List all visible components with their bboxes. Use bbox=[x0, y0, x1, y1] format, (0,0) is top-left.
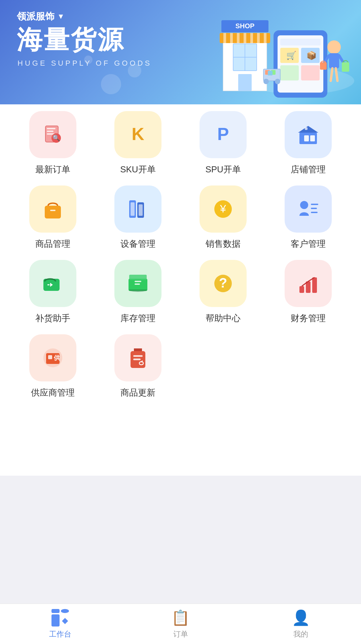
grid-item-inventory-manage[interactable]: 库存管理 bbox=[99, 260, 177, 324]
workbench-icon: ◆ bbox=[51, 609, 69, 626]
grid-item-finance-manage[interactable]: 财务管理 bbox=[269, 260, 348, 324]
wb-sq1 bbox=[51, 609, 60, 613]
svg-text:🔍: 🔍 bbox=[52, 134, 60, 142]
item-label-product-update: 商品更新 bbox=[120, 387, 155, 399]
icon-wrapper-supplier-manage: 供 bbox=[29, 334, 76, 381]
svg-text:🛒: 🛒 bbox=[286, 50, 296, 60]
icon-wrapper-product-update bbox=[114, 334, 161, 381]
nav-item-orders[interactable]: 📋 订单 bbox=[120, 609, 241, 639]
icon-wrapper-product-manage bbox=[29, 185, 76, 233]
item-label-restock-helper: 补货助手 bbox=[35, 312, 70, 324]
icon-wrapper-customer-manage bbox=[285, 185, 332, 233]
svg-rect-67 bbox=[135, 281, 141, 282]
item-label-spu-open: SPU开单 bbox=[205, 164, 241, 175]
svg-rect-48 bbox=[304, 135, 309, 141]
svg-text:P: P bbox=[217, 124, 229, 144]
item-label-help-center: 帮助中心 bbox=[206, 312, 241, 324]
nav-item-mine[interactable]: 👤 我的 bbox=[241, 609, 361, 639]
bubble-3 bbox=[84, 56, 93, 64]
svg-rect-51 bbox=[45, 206, 61, 218]
wb-sq3 bbox=[51, 614, 60, 626]
grid-item-customer-manage[interactable]: 客户管理 bbox=[269, 185, 348, 250]
svg-rect-49 bbox=[310, 135, 315, 141]
item-label-inventory-manage: 库存管理 bbox=[120, 312, 155, 324]
icon-wrapper-inventory-manage bbox=[114, 260, 161, 307]
bubble-1 bbox=[101, 74, 121, 94]
icon-wrapper-spu-open: P bbox=[200, 111, 247, 158]
grid-item-product-update[interactable]: 商品更新 bbox=[99, 334, 177, 399]
store-name: 领派服饰 bbox=[17, 10, 55, 23]
grid-item-latest-order[interactable]: 🔍 最新订单 bbox=[13, 111, 92, 175]
svg-rect-41 bbox=[47, 131, 53, 132]
svg-rect-38 bbox=[342, 62, 349, 72]
item-label-store-manage: 店铺管理 bbox=[291, 164, 326, 175]
item-label-product-manage: 商品管理 bbox=[35, 238, 70, 250]
icon-wrapper-sales-data: ¥ bbox=[200, 185, 247, 233]
grid-item-supplier-manage[interactable]: 供 供应商管理 bbox=[13, 334, 92, 399]
wb-sq2 bbox=[61, 609, 69, 613]
svg-text:SHOP: SHOP bbox=[236, 22, 255, 30]
svg-rect-6 bbox=[280, 65, 299, 80]
grid-item-sales-data[interactable]: ¥ 销售数据 bbox=[184, 185, 262, 250]
svg-rect-37 bbox=[268, 71, 273, 75]
svg-text:¥: ¥ bbox=[220, 203, 226, 215]
grid-section: 🔍 最新订单 K SKU开单 P SPU开单 店铺管理 商品管理 设备管理 ¥ … bbox=[13, 111, 348, 399]
svg-line-30 bbox=[336, 68, 337, 81]
icon-wrapper-latest-order: 🔍 bbox=[29, 111, 76, 158]
svg-rect-40 bbox=[47, 128, 56, 129]
grid-item-device-manage[interactable]: 设备管理 bbox=[99, 185, 177, 250]
grid-item-product-manage[interactable]: 商品管理 bbox=[13, 185, 92, 250]
svg-rect-31 bbox=[320, 62, 327, 70]
banner: 领派服饰 ▼ 海量货源 HUGE SUPPLY OF GOODS 🛒 📦 bbox=[0, 0, 361, 104]
svg-point-25 bbox=[327, 40, 341, 54]
svg-rect-73 bbox=[312, 277, 317, 293]
wb-sq4: ◆ bbox=[61, 614, 69, 626]
nav-item-workbench[interactable]: ◆ 工作台 bbox=[0, 609, 120, 639]
banner-illustration: 🛒 📦 SHOP bbox=[213, 3, 354, 101]
svg-rect-79 bbox=[133, 355, 143, 357]
grid-item-restock-helper[interactable]: 补货助手 bbox=[13, 260, 92, 324]
svg-rect-66 bbox=[129, 275, 147, 280]
svg-point-59 bbox=[300, 201, 308, 209]
svg-rect-80 bbox=[133, 359, 141, 360]
grid-item-store-manage[interactable]: 店铺管理 bbox=[269, 111, 348, 175]
svg-rect-26 bbox=[329, 53, 339, 68]
svg-text:供: 供 bbox=[53, 354, 60, 361]
nav-label-orders: 订单 bbox=[173, 629, 188, 639]
svg-rect-50 bbox=[305, 127, 308, 130]
mine-icon: 👤 bbox=[292, 609, 310, 626]
banner-header: 领派服饰 ▼ bbox=[17, 10, 65, 23]
grid-item-help-center[interactable]: ? 帮助中心 bbox=[184, 260, 262, 324]
svg-text:K: K bbox=[132, 124, 144, 144]
item-label-device-manage: 设备管理 bbox=[120, 238, 155, 250]
icon-wrapper-finance-manage bbox=[285, 260, 332, 307]
svg-rect-68 bbox=[135, 283, 140, 285]
svg-point-33 bbox=[263, 79, 269, 84]
svg-rect-56 bbox=[139, 204, 143, 216]
dropdown-icon[interactable]: ▼ bbox=[57, 12, 65, 21]
svg-text:?: ? bbox=[219, 275, 227, 290]
bubble-2 bbox=[128, 64, 141, 77]
banner-title-cn: 海量货源 bbox=[17, 27, 124, 53]
grid-item-sku-open[interactable]: K SKU开单 bbox=[99, 111, 177, 175]
svg-line-29 bbox=[331, 68, 332, 81]
item-label-latest-order: 最新订单 bbox=[35, 164, 70, 175]
grid-item-spu-open[interactable]: P SPU开单 bbox=[184, 111, 262, 175]
bottom-nav: ◆ 工作台 📋 订单 👤 我的 bbox=[0, 604, 361, 644]
orders-icon: 📋 bbox=[171, 609, 190, 626]
svg-rect-7 bbox=[301, 65, 320, 80]
main-content: 🔍 最新订单 K SKU开单 P SPU开单 店铺管理 商品管理 设备管理 ¥ … bbox=[0, 98, 361, 476]
icon-wrapper-sku-open: K bbox=[114, 111, 161, 158]
svg-point-34 bbox=[275, 79, 280, 84]
svg-rect-3 bbox=[280, 39, 321, 45]
item-label-sales-data: 销售数据 bbox=[206, 238, 241, 250]
svg-rect-76 bbox=[48, 355, 52, 359]
icon-wrapper-restock-helper bbox=[29, 260, 76, 307]
nav-label-workbench: 工作台 bbox=[49, 629, 71, 639]
icon-wrapper-store-manage bbox=[285, 111, 332, 158]
item-label-customer-manage: 客户管理 bbox=[291, 238, 326, 250]
item-label-supplier-manage: 供应商管理 bbox=[31, 387, 75, 399]
item-label-sku-open: SKU开单 bbox=[120, 164, 155, 175]
item-label-finance-manage: 财务管理 bbox=[291, 312, 326, 324]
nav-label-mine: 我的 bbox=[293, 629, 308, 639]
